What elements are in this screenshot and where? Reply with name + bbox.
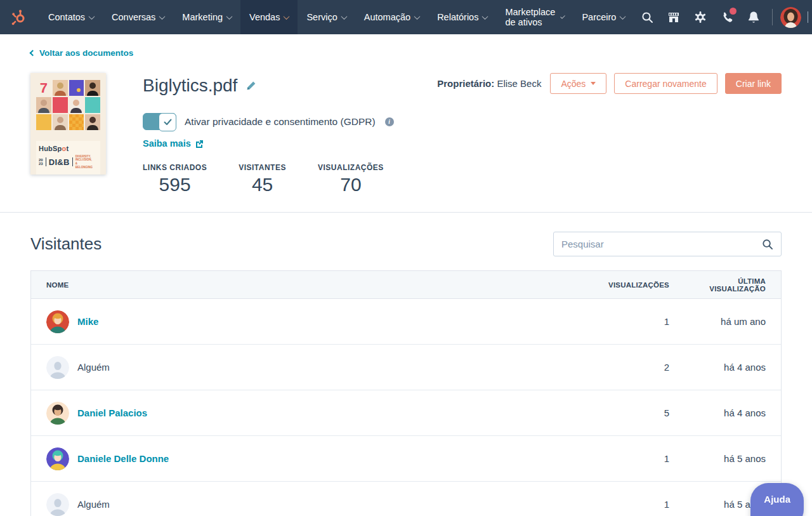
owner-name: Elise Beck xyxy=(497,78,541,89)
column-header-views: VISUALIZAÇÕES xyxy=(583,271,684,298)
thumbnail-photo-grid: 7 xyxy=(36,80,100,130)
table-header: NOME VISUALIZAÇÕES ÚLTIMA VISUALIZAÇÃO xyxy=(31,271,781,299)
visitors-search[interactable] xyxy=(553,232,782,256)
table-row: Alguém 2 há 4 anos xyxy=(31,345,781,390)
visitor-avatar xyxy=(46,447,69,470)
table-row: Daniele Delle Donne 1 há 5 anos xyxy=(31,436,781,482)
nav-menu-item[interactable]: Automação xyxy=(355,0,428,34)
stat-block: VISUALIZAÇÕES 70 xyxy=(318,163,384,195)
nav-menu-item[interactable]: Conversas xyxy=(103,0,173,34)
visitor-name[interactable]: Daniel Palacios xyxy=(77,407,147,418)
nav-menu-item-label: Parceiro xyxy=(582,12,616,22)
search-icon[interactable] xyxy=(762,239,773,250)
table-row: Mike 1 há um ano xyxy=(31,299,781,345)
user-avatar[interactable] xyxy=(780,7,801,28)
info-icon[interactable]: i xyxy=(385,117,394,126)
table-row: Daniel Palacios 5 há 4 anos xyxy=(31,390,781,436)
visitor-name[interactable]: Daniele Delle Donne xyxy=(77,453,169,464)
stat-label: LINKS CRIADOS xyxy=(143,163,207,172)
stat-block: LINKS CRIADOS 595 xyxy=(143,163,207,195)
document-title: Biglytics.pdf xyxy=(143,76,237,96)
chevron-down-icon xyxy=(620,13,626,20)
main-menu: Contatos Conversas Marketing Vendas Serv… xyxy=(39,0,634,34)
visitors-heading: Visitantes xyxy=(30,234,102,254)
chevron-down-icon xyxy=(341,13,347,20)
visitors-section: Visitantes NOME VISUALIZAÇÕES ÚLTIMA VIS… xyxy=(0,232,812,516)
visitor-last-view: há 4 anos xyxy=(684,390,781,435)
chevron-down-icon xyxy=(89,13,95,20)
nav-menu-item[interactable]: Relatórios xyxy=(428,0,496,34)
table-row: Alguém 1 há 5 anos xyxy=(31,482,781,516)
create-link-button[interactable]: Criar link xyxy=(725,73,782,94)
thumbnail-seven: 7 xyxy=(36,80,51,96)
chevron-left-icon xyxy=(30,50,36,56)
nav-menu-item-label: Marketplace de ativos xyxy=(505,7,557,27)
nav-menu-item[interactable]: Marketplace de ativos xyxy=(496,0,573,34)
stat-label: VISUALIZAÇÕES xyxy=(318,163,384,172)
visitor-avatar xyxy=(46,356,69,379)
hubspot-brand-text: HubSpot xyxy=(39,145,98,152)
chevron-down-icon xyxy=(560,14,565,19)
toggle-knob xyxy=(159,113,176,131)
hubspot-logo-icon[interactable] xyxy=(9,8,28,27)
gdpr-toggle[interactable] xyxy=(143,113,176,130)
external-link-icon xyxy=(195,140,204,148)
nav-menu-item[interactable]: Vendas xyxy=(240,0,298,34)
column-header-name: NOME xyxy=(31,271,583,298)
visitor-name: Alguém xyxy=(77,499,110,510)
visitor-name[interactable]: Mike xyxy=(77,316,98,327)
actions-button[interactable]: Ações xyxy=(550,73,606,94)
edit-title-pencil-icon[interactable] xyxy=(246,81,256,91)
chevron-down-icon xyxy=(482,13,488,20)
visitor-views: 2 xyxy=(583,345,684,390)
chevron-down-icon xyxy=(414,13,421,20)
owner-info: Proprietário: Elise Beck xyxy=(437,78,541,89)
nav-menu-item[interactable]: Contatos xyxy=(39,0,103,34)
stat-value: 595 xyxy=(143,174,207,195)
learn-more-link[interactable]: Saiba mais xyxy=(143,138,204,149)
thumbnail-subtitle: Diversity, Inclusion, & Belonging xyxy=(75,155,95,169)
nav-divider xyxy=(772,9,773,25)
visitor-last-view: há 4 anos xyxy=(684,345,781,390)
thumbnail-dib-text: DI&B xyxy=(49,157,70,167)
back-to-documents-link[interactable]: Voltar aos documentos xyxy=(30,48,133,58)
document-thumbnail: 7 HubSpot 2023 DI&B Diversity, Inclusion… xyxy=(30,73,106,175)
notifications-icon[interactable] xyxy=(740,0,767,34)
visitor-views: 1 xyxy=(583,482,684,516)
nav-menu-item-label: Vendas xyxy=(249,12,280,22)
chevron-down-icon xyxy=(284,13,290,20)
chevron-down-icon xyxy=(226,13,233,20)
gdpr-toggle-label: Ativar privacidade e consentimento (GDPR… xyxy=(185,116,376,128)
search-icon[interactable] xyxy=(634,0,660,34)
visitors-table: NOME VISUALIZAÇÕES ÚLTIMA VISUALIZAÇÃO M… xyxy=(30,270,782,516)
settings-icon[interactable] xyxy=(687,0,714,34)
account-chevron-down-icon[interactable] xyxy=(808,11,808,23)
nav-menu-item[interactable]: Marketing xyxy=(173,0,240,34)
document-stats: LINKS CRIADOS 595 VISITANTES 45 VISUALIZ… xyxy=(143,163,782,195)
stat-value: 45 xyxy=(239,174,286,195)
help-button[interactable]: Ajuda xyxy=(750,483,804,516)
stat-value: 70 xyxy=(318,174,384,195)
marketplace-icon[interactable] xyxy=(660,0,687,34)
search-input[interactable] xyxy=(561,239,762,249)
top-navigation: Contatos Conversas Marketing Vendas Serv… xyxy=(0,0,812,34)
nav-menu-item-label: Contatos xyxy=(48,12,85,22)
nav-menu-item[interactable]: Parceiro xyxy=(573,0,634,34)
calls-icon[interactable] xyxy=(714,0,740,34)
visitor-name: Alguém xyxy=(77,362,110,373)
caret-down-icon xyxy=(591,82,596,85)
calls-notification-badge xyxy=(730,8,737,15)
visitor-last-view: há um ano xyxy=(684,299,781,344)
nav-menu-item-label: Marketing xyxy=(182,12,223,22)
thumbnail-brand-band: HubSpot 2023 DI&B Diversity, Inclusion, … xyxy=(36,141,100,175)
reupload-button[interactable]: Carregar novamente xyxy=(614,73,717,94)
visitor-avatar xyxy=(46,402,69,425)
visitor-last-view: há 5 anos xyxy=(684,436,781,481)
chevron-down-icon xyxy=(159,13,166,20)
visitor-views: 1 xyxy=(583,299,684,344)
stat-label: VISITANTES xyxy=(239,163,286,172)
column-header-last-view: ÚLTIMA VISUALIZAÇÃO xyxy=(684,271,781,298)
nav-menu-item[interactable]: Serviço xyxy=(298,0,355,34)
visitor-avatar xyxy=(46,310,69,333)
nav-menu-item-label: Relatórios xyxy=(437,12,478,22)
